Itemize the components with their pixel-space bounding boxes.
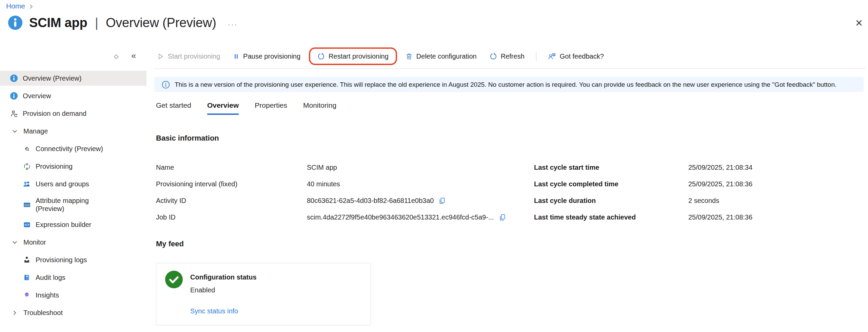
chevron-down-icon bbox=[10, 239, 19, 246]
users-icon bbox=[22, 180, 31, 188]
command-toolbar: ◇ « Start provisioning Pause provisionin… bbox=[0, 47, 868, 65]
success-check-icon bbox=[165, 271, 183, 288]
sidebar-item-audit-logs[interactable]: Audit logs bbox=[0, 270, 146, 285]
breadcrumb-home-link[interactable]: Home bbox=[6, 2, 25, 10]
page-header: SCIM app | Overview (Preview) ··· bbox=[7, 15, 238, 30]
app-info-icon bbox=[7, 15, 23, 30]
lightbulb-icon bbox=[22, 291, 31, 299]
tab-overview[interactable]: Overview bbox=[207, 101, 239, 115]
tab-properties[interactable]: Properties bbox=[255, 101, 287, 115]
got-feedback-button[interactable]: Got feedback? bbox=[541, 49, 610, 63]
sidebar-item-overview[interactable]: Overview bbox=[0, 88, 146, 103]
info-row-job-id: Job ID scim.4da2272f9f5e40be963463620e51… bbox=[156, 209, 506, 226]
breadcrumb: Home bbox=[6, 2, 34, 10]
annotation-highlight: Restart provisioning bbox=[309, 47, 397, 65]
info-circle-icon bbox=[9, 74, 18, 82]
basic-info-left-column: Name SCIM app Provisioning interval (fix… bbox=[156, 159, 506, 226]
info-outline-icon bbox=[162, 81, 170, 89]
sidebar-item-provisioning[interactable]: Provisioning bbox=[0, 159, 146, 174]
tab-bar: Get started Overview Properties Monitori… bbox=[156, 101, 336, 115]
pause-provisioning-button[interactable]: Pause provisioning bbox=[226, 49, 307, 63]
trash-icon bbox=[406, 53, 413, 60]
table-icon bbox=[22, 201, 31, 209]
info-row-last-cycle-duration: Last cycle duration 2 seconds bbox=[534, 192, 752, 209]
refresh-button[interactable]: Refresh bbox=[483, 49, 531, 63]
tab-monitoring[interactable]: Monitoring bbox=[303, 101, 336, 115]
info-row-name: Name SCIM app bbox=[156, 159, 506, 176]
toolbar-divider bbox=[154, 68, 866, 69]
copy-icon[interactable] bbox=[438, 197, 446, 205]
sidebar-group-troubleshoot[interactable]: Troubleshoot bbox=[0, 305, 146, 320]
chevron-down-icon bbox=[10, 128, 19, 134]
title-separator: | bbox=[95, 16, 98, 30]
card-title: Configuration status bbox=[190, 273, 257, 281]
sidebar-item-attribute-mapping[interactable]: Attribute mapping (Preview) bbox=[0, 194, 146, 215]
basic-info-right-column: Last cycle start time 25/09/2025, 21:08:… bbox=[534, 159, 752, 226]
sidebar-item-expression-builder[interactable]: Expression builder bbox=[0, 217, 146, 232]
tab-get-started[interactable]: Get started bbox=[156, 101, 191, 115]
sidebar-item-overview-preview[interactable]: Overview (Preview) bbox=[0, 71, 146, 86]
sidebar-item-provision-on-demand[interactable]: Provision on demand bbox=[0, 106, 146, 121]
collapse-sidebar-button[interactable]: « bbox=[131, 51, 136, 60]
resize-handle-icon[interactable]: ◇ bbox=[114, 53, 118, 60]
feedback-icon bbox=[548, 53, 556, 60]
configuration-status-card: Configuration status Enabled Sync status… bbox=[156, 263, 371, 325]
sidebar-item-insights[interactable]: Insights bbox=[0, 288, 146, 303]
sync-cycle-icon bbox=[22, 163, 31, 170]
app-name: SCIM app bbox=[29, 16, 87, 30]
person-sync-icon bbox=[9, 110, 18, 118]
chevron-right-icon bbox=[10, 310, 19, 316]
basic-information-heading: Basic information bbox=[156, 134, 219, 143]
toolbar-separator bbox=[536, 52, 536, 61]
code-icon bbox=[22, 221, 31, 229]
sidebar-item-connectivity[interactable]: Connectivity (Preview) bbox=[0, 141, 146, 156]
plug-icon bbox=[22, 145, 31, 153]
copy-icon[interactable] bbox=[499, 214, 506, 221]
person-log-icon bbox=[22, 256, 31, 264]
restart-icon bbox=[317, 53, 325, 60]
pause-icon bbox=[233, 53, 239, 60]
play-icon bbox=[157, 53, 164, 60]
start-provisioning-button[interactable]: Start provisioning bbox=[151, 49, 227, 63]
banner-message: This is a new version of the provisionin… bbox=[175, 81, 836, 88]
more-options-button[interactable]: ··· bbox=[228, 20, 238, 29]
pane-controls: ◇ « bbox=[114, 53, 136, 60]
info-banner: This is a new version of the provisionin… bbox=[154, 77, 864, 92]
chevron-right-icon bbox=[28, 4, 34, 9]
info-row-activity-id: Activity ID 80c63621-62a5-4d03-bf82-6a68… bbox=[156, 192, 506, 209]
info-row-last-cycle-completed: Last cycle completed time 25/09/2025, 21… bbox=[534, 176, 752, 192]
sidebar-group-manage[interactable]: Manage bbox=[0, 124, 146, 139]
refresh-icon bbox=[490, 53, 497, 60]
info-circle-icon bbox=[9, 92, 18, 100]
delete-configuration-button[interactable]: Delete configuration bbox=[399, 49, 483, 63]
info-row-last-cycle-start: Last cycle start time 25/09/2025, 21:08:… bbox=[534, 159, 752, 176]
sidebar-item-users-and-groups[interactable]: Users and groups bbox=[0, 177, 146, 191]
sync-status-info-link[interactable]: Sync status info bbox=[190, 307, 238, 315]
info-row-steady-state: Last time steady state achieved 25/09/20… bbox=[534, 209, 752, 226]
my-feed-heading: My feed bbox=[156, 240, 184, 248]
info-row-provisioning-interval: Provisioning interval (fixed) 40 minutes bbox=[156, 176, 506, 192]
notebook-icon bbox=[22, 274, 31, 281]
close-button[interactable]: × bbox=[855, 17, 863, 29]
sidebar-item-provisioning-logs[interactable]: Provisioning logs bbox=[0, 252, 146, 267]
command-buttons: Start provisioning Pause provisioning Re… bbox=[151, 47, 610, 65]
restart-provisioning-button[interactable]: Restart provisioning bbox=[311, 49, 395, 63]
sidebar-group-monitor[interactable]: Monitor bbox=[0, 235, 146, 250]
status-value: Enabled bbox=[190, 286, 215, 294]
sidebar: Overview (Preview) Overview Provision on… bbox=[0, 71, 146, 323]
page-title: SCIM app | Overview (Preview) bbox=[29, 16, 216, 30]
page-name: Overview (Preview) bbox=[106, 16, 216, 30]
